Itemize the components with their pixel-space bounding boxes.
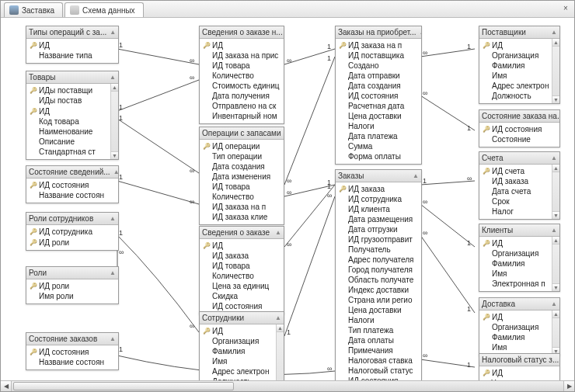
field-row[interactable]: ИД: [201, 325, 282, 336]
field-row[interactable]: ИД счета: [481, 165, 558, 176]
field-row[interactable]: ИД грузоотправит: [337, 234, 420, 245]
field-row[interactable]: Имя роли: [28, 291, 117, 301]
field-row[interactable]: Организация: [201, 336, 282, 346]
table-types[interactable]: Типы операций с за...▲ ИДНазвание типа: [26, 26, 119, 64]
table-scrollbar[interactable]: ▲▼: [552, 237, 559, 291]
field-row[interactable]: ИД: [481, 40, 558, 50]
table-purch-state[interactable]: Состояние заказа на...▲ ИД состоянияСост…: [479, 109, 560, 147]
field-row[interactable]: ИД: [481, 311, 558, 322]
table-orders[interactable]: Заказы▲ ИД заказаИД сотрудникаИД клиента…: [335, 169, 422, 380]
field-row[interactable]: Имя: [481, 342, 558, 352]
table-title[interactable]: Заказы▲: [336, 170, 421, 182]
table-order-info[interactable]: Сведения о заказе▲ ИДИД заказаИД товараК…: [199, 226, 284, 314]
field-row[interactable]: Инвентарный ном: [201, 111, 282, 121]
field-row[interactable]: ИД состояния: [28, 179, 117, 190]
field-row[interactable]: Дата изменения: [201, 172, 282, 182]
field-row[interactable]: ИД: [481, 367, 558, 378]
relationships-canvas[interactable]: 1∞ 1∞ 1∞ 1∞ 1∞ 1∞ 1∞ ∞1 ∞1 ∞1 ∞1 1∞: [1, 18, 574, 380]
table-title[interactable]: Налоговый статус з...▲: [479, 354, 559, 366]
table-scrollbar[interactable]: ▲▼: [110, 84, 118, 159]
table-invoices[interactable]: Счета▲ ИД счетаИД заказаДата счетаСрокНа…: [479, 151, 560, 220]
table-title[interactable]: Заказы на приобрет...▲: [336, 26, 421, 39]
field-row[interactable]: Должность: [481, 91, 558, 101]
field-row[interactable]: Электронная п: [481, 279, 558, 289]
field-row[interactable]: Стандартная ст: [28, 147, 117, 157]
table-scrollbar[interactable]: ▲▼: [276, 324, 284, 380]
field-row[interactable]: Название состоян: [28, 190, 117, 200]
field-row[interactable]: ИД: [28, 40, 117, 50]
table-products[interactable]: Товары▲ ИДы поставщиИДы поставИДКод това…: [26, 71, 119, 160]
table-title[interactable]: Товары▲: [26, 71, 118, 84]
field-row[interactable]: Описание: [28, 137, 117, 147]
field-row[interactable]: Адрес электрон: [201, 366, 282, 376]
field-row[interactable]: Количество: [201, 71, 282, 81]
field-row[interactable]: ИД товара: [201, 61, 282, 71]
close-tab-button[interactable]: ×: [560, 3, 571, 14]
horizontal-scrollbar[interactable]: ◀ ▶: [1, 380, 574, 391]
table-title[interactable]: Состояние сведений...▲: [26, 166, 118, 179]
field-row[interactable]: ИД: [28, 106, 117, 116]
table-order-info-n[interactable]: Сведения о заказе н...▲ ИДИД заказа на п…: [199, 26, 284, 124]
table-title[interactable]: Роли сотрудников▲: [26, 213, 118, 225]
table-title[interactable]: Сведения о заказе▲: [200, 227, 284, 239]
field-row[interactable]: ИД заказа на прис: [201, 50, 282, 61]
field-row[interactable]: ИДы поставщи: [28, 85, 117, 95]
field-row[interactable]: Налоговый статус: [337, 366, 420, 376]
field-row[interactable]: ИД сотрудника: [28, 226, 117, 237]
field-row[interactable]: ИД роли: [28, 237, 117, 248]
field-row[interactable]: Индекс доставки: [337, 285, 420, 295]
table-scrollbar[interactable]: ▲▼: [552, 165, 559, 219]
table-title[interactable]: Поставщики▲: [479, 26, 559, 39]
field-row[interactable]: Цена доставки: [337, 111, 420, 121]
field-row[interactable]: ИД клиента: [337, 204, 420, 214]
field-row[interactable]: ИД товара: [201, 261, 282, 271]
field-row[interactable]: ИД состояния: [337, 91, 420, 101]
field-row[interactable]: Дата оплаты: [337, 335, 420, 345]
field-row[interactable]: Фамилия: [481, 258, 558, 269]
field-row[interactable]: Город получателя: [337, 265, 420, 275]
field-row[interactable]: Налоги: [337, 121, 420, 131]
table-title[interactable]: Состояние заказов▲: [26, 333, 118, 345]
field-row[interactable]: ИД роли: [28, 280, 117, 291]
table-suppliers[interactable]: Поставщики▲ ИДОрганизацияФамилияИмяАдрес…: [479, 26, 560, 104]
field-row[interactable]: Адрес электрон: [481, 81, 558, 91]
table-title[interactable]: Роли▲: [26, 267, 118, 279]
field-row[interactable]: Дата размещения: [337, 214, 420, 224]
table-clients[interactable]: Клиенты▲ ИДОрганизацияФамилияИмяЭлектрон…: [479, 224, 560, 292]
scroll-right-button[interactable]: ▶: [563, 381, 574, 391]
field-row[interactable]: Срок: [481, 196, 558, 206]
field-row[interactable]: Стоимость единиц: [201, 81, 282, 91]
table-purchase-orders[interactable]: Заказы на приобрет...▲ ИД заказа на пИД …: [335, 26, 422, 165]
field-row[interactable]: Скидка: [201, 291, 282, 301]
field-row[interactable]: Получатель: [337, 245, 420, 255]
field-row[interactable]: ИД: [201, 40, 282, 50]
field-row[interactable]: ИД заказа: [201, 251, 282, 261]
field-row[interactable]: Название состоян: [28, 357, 117, 367]
field-row[interactable]: Фамилия: [201, 346, 282, 356]
table-emp-roles[interactable]: Роли сотрудников▲ ИД сотрудникаИД роли: [26, 212, 119, 251]
tab-schema[interactable]: Схема данных: [64, 2, 144, 17]
field-row[interactable]: Количество: [201, 271, 282, 281]
field-row[interactable]: Название типа: [28, 50, 117, 61]
table-scrollbar[interactable]: ▲▼: [552, 310, 559, 355]
field-row[interactable]: ИД: [481, 238, 558, 248]
field-row[interactable]: Организация: [481, 248, 558, 258]
field-row[interactable]: ИД заказа: [337, 183, 420, 194]
field-row[interactable]: ИД состояния: [28, 346, 117, 357]
field-row[interactable]: ИД: [201, 240, 282, 251]
field-row[interactable]: Цена доставки: [337, 305, 420, 315]
table-title[interactable]: Операции с запасами▲: [200, 127, 284, 140]
field-row[interactable]: ИД состояния: [481, 123, 558, 134]
field-row[interactable]: ИД товара: [201, 182, 282, 192]
scroll-left-button[interactable]: ◀: [1, 381, 12, 391]
field-row[interactable]: ИД заказа на п: [337, 40, 420, 50]
field-row[interactable]: Налоги: [337, 315, 420, 325]
field-row[interactable]: Фамилия: [481, 332, 558, 342]
field-row[interactable]: Организация: [481, 50, 558, 61]
field-row[interactable]: Дата создания: [337, 81, 420, 91]
table-title[interactable]: Сведения о заказе н...▲: [200, 26, 284, 39]
field-row[interactable]: Сумма: [337, 141, 420, 151]
field-row[interactable]: Налог: [481, 206, 558, 217]
field-row[interactable]: Состояние: [481, 134, 558, 144]
field-row[interactable]: ИД заказа клие: [201, 212, 282, 222]
